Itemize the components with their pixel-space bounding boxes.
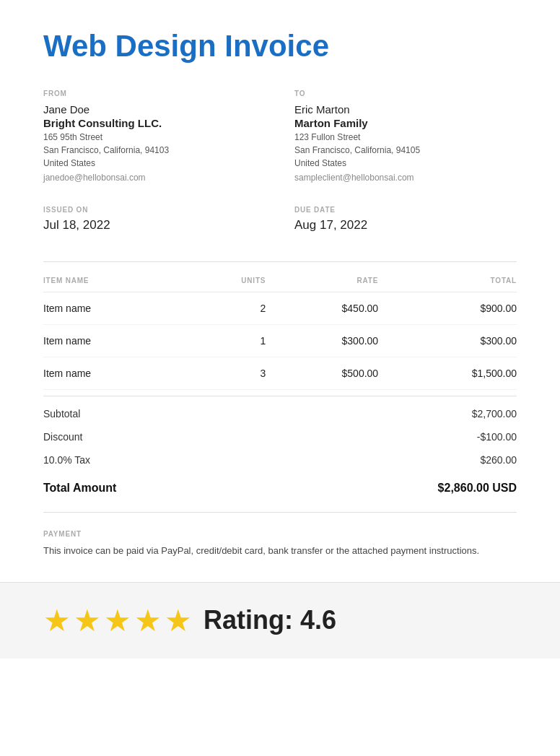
tax-value: $260.00 (480, 454, 517, 466)
star-icon: ★ (134, 603, 162, 638)
table-row: Item name 2 $450.00 $900.00 (43, 292, 517, 325)
issued-on-label: ISSUED ON (43, 206, 266, 214)
tax-row: 10.0% Tax $260.00 (43, 448, 517, 472)
tax-label: 10.0% Tax (43, 454, 90, 466)
totals-section: Subtotal $2,700.00 Discount -$100.00 10.… (43, 402, 517, 513)
to-country: United States (294, 157, 517, 170)
to-block: TO Eric Marton Marton Family 123 Fullon … (294, 90, 517, 183)
star-icon: ★ (74, 603, 101, 638)
table-divider-top (43, 261, 517, 262)
from-name: Jane Doe (43, 103, 266, 116)
item-rate-cell: $300.00 (266, 325, 378, 357)
subtotal-value: $2,700.00 (472, 408, 517, 420)
col-units: UNITS (191, 268, 266, 292)
due-date-value: Aug 17, 2022 (294, 218, 517, 233)
payment-text: This invoice can be paid via PayPal, cre… (43, 544, 517, 559)
rating-text: Rating: 4.6 (204, 605, 336, 635)
item-total-cell: $900.00 (378, 292, 517, 325)
total-row: Total Amount $2,860.00 USD (43, 472, 517, 500)
to-address-line2: San Francisco, California, 94105 (294, 144, 517, 157)
issued-on-value: Jul 18, 2022 (43, 218, 266, 233)
to-email: sampleclient@hellobonsai.com (294, 173, 517, 183)
star-icon: ★ (165, 603, 192, 638)
items-table: ITEM NAME UNITS RATE TOTAL Item name 2 $… (43, 268, 517, 390)
to-name: Eric Marton (294, 103, 517, 116)
due-date-block: DUE DATE Aug 17, 2022 (294, 206, 517, 233)
discount-label: Discount (43, 431, 82, 443)
stars-container: ★★★★★ (43, 603, 192, 638)
total-value: $2,860.00 USD (438, 482, 517, 495)
from-address-line1: 165 95th Street (43, 131, 266, 144)
from-email: janedoe@hellobonsai.com (43, 173, 266, 183)
table-row: Item name 1 $300.00 $300.00 (43, 325, 517, 357)
star-icon: ★ (43, 603, 71, 638)
item-total-cell: $1,500.00 (378, 357, 517, 390)
from-company: Bright Consulting LLC. (43, 117, 266, 129)
table-divider-bottom (43, 396, 517, 396)
item-units-cell: 1 (191, 325, 266, 357)
discount-value: -$100.00 (477, 431, 517, 443)
items-table-wrapper: ITEM NAME UNITS RATE TOTAL Item name 2 $… (43, 268, 517, 390)
item-total-cell: $300.00 (378, 325, 517, 357)
item-rate-cell: $500.00 (266, 357, 378, 390)
item-units-cell: 2 (191, 292, 266, 325)
item-name-cell: Item name (43, 357, 191, 390)
total-label: Total Amount (43, 482, 116, 495)
col-rate: RATE (266, 268, 378, 292)
payment-section: PAYMENT This invoice can be paid via Pay… (43, 530, 517, 576)
to-company: Marton Family (294, 117, 517, 129)
from-address-line2: San Francisco, California, 94103 (43, 144, 266, 157)
from-block: FROM Jane Doe Bright Consulting LLC. 165… (43, 90, 266, 183)
discount-row: Discount -$100.00 (43, 425, 517, 448)
table-row: Item name 3 $500.00 $1,500.00 (43, 357, 517, 390)
address-section: FROM Jane Doe Bright Consulting LLC. 165… (43, 90, 517, 183)
item-rate-cell: $450.00 (266, 292, 378, 325)
col-item-name: ITEM NAME (43, 268, 191, 292)
date-section: ISSUED ON Jul 18, 2022 DUE DATE Aug 17, … (43, 206, 517, 233)
subtotal-label: Subtotal (43, 408, 80, 420)
col-total: TOTAL (378, 268, 517, 292)
from-label: FROM (43, 90, 266, 97)
star-icon: ★ (104, 603, 131, 638)
item-name-cell: Item name (43, 292, 191, 325)
to-label: TO (294, 90, 517, 97)
table-header-row: ITEM NAME UNITS RATE TOTAL (43, 268, 517, 292)
to-address-line1: 123 Fullon Street (294, 131, 517, 144)
item-units-cell: 3 (191, 357, 266, 390)
from-country: United States (43, 157, 266, 170)
item-name-cell: Item name (43, 325, 191, 357)
rating-bar: ★★★★★ Rating: 4.6 (0, 582, 560, 659)
invoice-title: Web Design Invoice (43, 29, 517, 64)
due-date-label: DUE DATE (294, 206, 517, 214)
subtotal-row: Subtotal $2,700.00 (43, 402, 517, 425)
payment-label: PAYMENT (43, 530, 517, 538)
issued-on-block: ISSUED ON Jul 18, 2022 (43, 206, 266, 233)
